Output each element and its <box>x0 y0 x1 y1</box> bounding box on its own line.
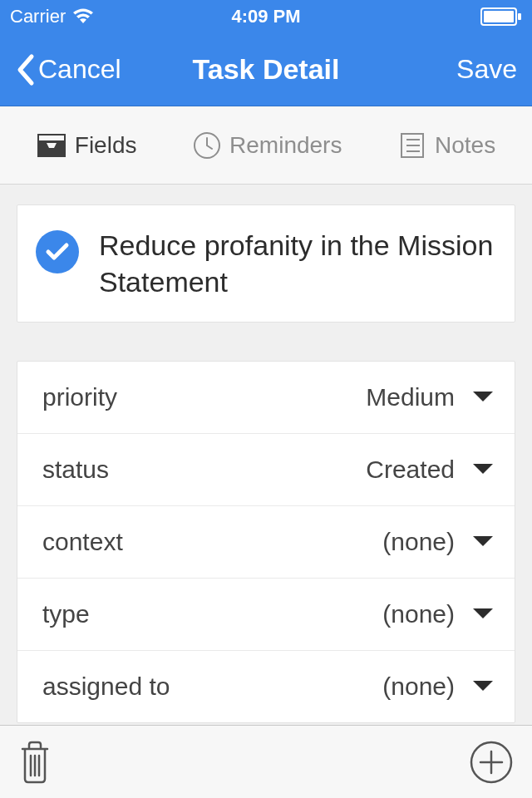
battery-icon <box>480 7 522 26</box>
chevron-down-icon <box>471 390 495 405</box>
task-title: Reduce profanity in the Mission Statemen… <box>99 227 496 300</box>
field-row-type[interactable]: type (none) <box>17 579 515 651</box>
back-chevron-icon <box>15 53 35 86</box>
chevron-down-icon <box>471 462 495 477</box>
task-complete-checkbox[interactable] <box>36 230 79 273</box>
add-button[interactable] <box>469 740 514 785</box>
field-label: status <box>42 456 366 484</box>
notes-icon <box>398 131 426 160</box>
carrier-label: Carrier <box>10 6 66 27</box>
content-area: Reduce profanity in the Mission Statemen… <box>0 185 532 723</box>
chevron-down-icon <box>471 534 495 549</box>
inbox-icon <box>37 133 66 158</box>
tab-reminders-label: Reminders <box>229 132 342 159</box>
page-title: Task Detail <box>192 53 339 86</box>
field-label: context <box>42 528 382 556</box>
fields-list: priority Medium status Created context (… <box>17 361 515 723</box>
status-bar: Carrier 4:09 PM <box>0 0 532 33</box>
delete-button[interactable] <box>18 741 52 784</box>
wifi-icon <box>72 8 94 25</box>
tab-notes[interactable]: Notes <box>398 131 495 160</box>
field-value: (none) <box>382 600 455 628</box>
tab-fields-label: Fields <box>75 132 137 159</box>
field-row-priority[interactable]: priority Medium <box>17 362 515 434</box>
task-card[interactable]: Reduce profanity in the Mission Statemen… <box>17 204 515 323</box>
tab-notes-label: Notes <box>435 132 495 159</box>
field-row-context[interactable]: context (none) <box>17 506 515 579</box>
svg-rect-1 <box>484 11 514 22</box>
status-left: Carrier <box>10 6 94 27</box>
bottom-toolbar <box>0 725 532 798</box>
field-value: (none) <box>382 528 455 556</box>
status-right <box>480 7 522 26</box>
cancel-button[interactable]: Cancel <box>15 53 121 86</box>
field-label: type <box>42 600 382 628</box>
field-value: Created <box>366 456 455 484</box>
chevron-down-icon <box>471 679 495 694</box>
field-row-assigned-to[interactable]: assigned to (none) <box>17 651 515 722</box>
svg-rect-3 <box>38 135 65 141</box>
field-value: (none) <box>382 672 455 701</box>
field-value: Medium <box>366 383 455 411</box>
status-time: 4:09 PM <box>231 6 300 27</box>
svg-rect-2 <box>518 13 521 20</box>
trash-icon <box>18 741 52 784</box>
tab-bar: Fields Reminders Notes <box>0 106 532 185</box>
tab-fields[interactable]: Fields <box>37 132 137 159</box>
nav-bar: Cancel Task Detail Save <box>0 33 532 106</box>
field-row-status[interactable]: status Created <box>17 434 515 506</box>
checkmark-icon <box>45 242 70 262</box>
clock-icon <box>193 131 221 160</box>
chevron-down-icon <box>471 607 495 622</box>
field-label: priority <box>42 383 366 411</box>
field-label: assigned to <box>42 672 382 701</box>
tab-reminders[interactable]: Reminders <box>193 131 342 160</box>
cancel-label: Cancel <box>38 54 121 85</box>
save-button[interactable]: Save <box>456 54 517 85</box>
plus-circle-icon <box>469 740 514 785</box>
